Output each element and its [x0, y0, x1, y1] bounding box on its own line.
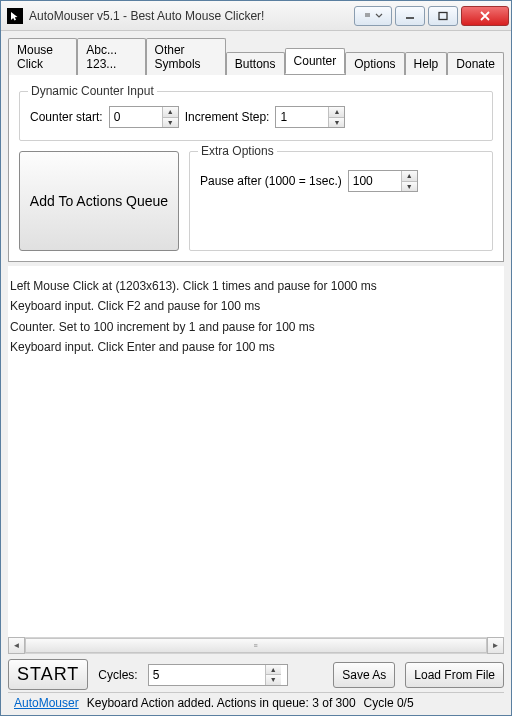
save-as-button[interactable]: Save As [333, 662, 395, 688]
cycles-up[interactable]: ▲ [266, 665, 281, 675]
client-area: Mouse Click Abc... 123... Other Symbols … [1, 31, 511, 715]
scroll-right-button[interactable]: ► [487, 637, 504, 654]
status-bar: AutoMouser Keyboard Action added. Action… [8, 692, 504, 713]
counter-start-field[interactable] [110, 107, 162, 127]
scroll-left-button[interactable]: ◄ [8, 637, 25, 654]
log-line: Left Mouse Click at (1203x613). Click 1 … [10, 276, 502, 296]
cycles-down[interactable]: ▼ [266, 674, 281, 685]
app-icon [7, 8, 23, 24]
automouser-link[interactable]: AutoMouser [14, 696, 79, 710]
close-button[interactable] [461, 6, 509, 26]
help-dropdown-button[interactable] [354, 6, 392, 26]
add-to-actions-queue-button[interactable]: Add To Actions Queue [19, 151, 179, 251]
label-increment-step: Increment Step: [185, 110, 270, 124]
tab-options[interactable]: Options [345, 52, 404, 75]
window-title: AutoMouser v5.1 - Best Auto Mouse Clicke… [29, 9, 354, 23]
bottom-bar: START Cycles: ▲ ▼ Save As Load From File [8, 654, 504, 692]
horizontal-scrollbar[interactable]: ◄ ≡ ► [8, 637, 504, 654]
scroll-thumb[interactable]: ≡ [25, 638, 487, 653]
label-counter-start: Counter start: [30, 110, 103, 124]
pause-after-down[interactable]: ▼ [402, 181, 417, 192]
extra-legend: Extra Options [198, 144, 277, 158]
status-cycle: Cycle 0/5 [364, 696, 414, 710]
window-buttons [354, 6, 509, 26]
maximize-button[interactable] [428, 6, 458, 26]
pause-after-input[interactable]: ▲ ▼ [348, 170, 418, 192]
cycles-field[interactable] [149, 665, 265, 685]
tab-strip: Mouse Click Abc... 123... Other Symbols … [8, 37, 504, 74]
load-from-file-button[interactable]: Load From File [405, 662, 504, 688]
cycles-input[interactable]: ▲ ▼ [148, 664, 288, 686]
increment-step-down[interactable]: ▼ [329, 117, 344, 128]
tab-mouse-click[interactable]: Mouse Click [8, 38, 77, 75]
tab-abc-123[interactable]: Abc... 123... [77, 38, 145, 75]
log-line: Counter. Set to 100 increment by 1 and p… [10, 317, 502, 337]
window: AutoMouser v5.1 - Best Auto Mouse Clicke… [0, 0, 512, 716]
tab-panel-counter: Dynamic Counter Input Counter start: ▲ ▼… [8, 74, 504, 262]
increment-step-up[interactable]: ▲ [329, 107, 344, 117]
log-line: Keyboard input. Click Enter and pause fo… [10, 337, 502, 357]
svg-rect-0 [439, 12, 447, 19]
status-message: Keyboard Action added. Actions in queue:… [87, 696, 356, 710]
tab-buttons[interactable]: Buttons [226, 52, 285, 75]
group-dynamic-counter: Dynamic Counter Input Counter start: ▲ ▼… [19, 91, 493, 141]
label-pause-after: Pause after (1000 = 1sec.) [200, 174, 342, 188]
scroll-track[interactable]: ≡ [25, 637, 487, 654]
log-line: Keyboard input. Click F2 and pause for 1… [10, 296, 502, 316]
start-button[interactable]: START [8, 659, 88, 690]
increment-step-input[interactable]: ▲ ▼ [275, 106, 345, 128]
tab-help[interactable]: Help [405, 52, 448, 75]
pause-after-up[interactable]: ▲ [402, 171, 417, 181]
tab-donate[interactable]: Donate [447, 52, 504, 75]
group-extra-options: Extra Options Pause after (1000 = 1sec.)… [189, 151, 493, 251]
counter-start-down[interactable]: ▼ [163, 117, 178, 128]
counter-start-input[interactable]: ▲ ▼ [109, 106, 179, 128]
minimize-button[interactable] [395, 6, 425, 26]
counter-start-up[interactable]: ▲ [163, 107, 178, 117]
tab-other-symbols[interactable]: Other Symbols [146, 38, 226, 75]
increment-step-field[interactable] [276, 107, 328, 127]
tab-counter[interactable]: Counter [285, 48, 346, 74]
titlebar: AutoMouser v5.1 - Best Auto Mouse Clicke… [1, 1, 511, 31]
actions-log[interactable]: Left Mouse Click at (1203x613). Click 1 … [8, 266, 504, 637]
cycles-label: Cycles: [98, 668, 137, 682]
group-legend: Dynamic Counter Input [28, 84, 157, 98]
pause-after-field[interactable] [349, 171, 401, 191]
